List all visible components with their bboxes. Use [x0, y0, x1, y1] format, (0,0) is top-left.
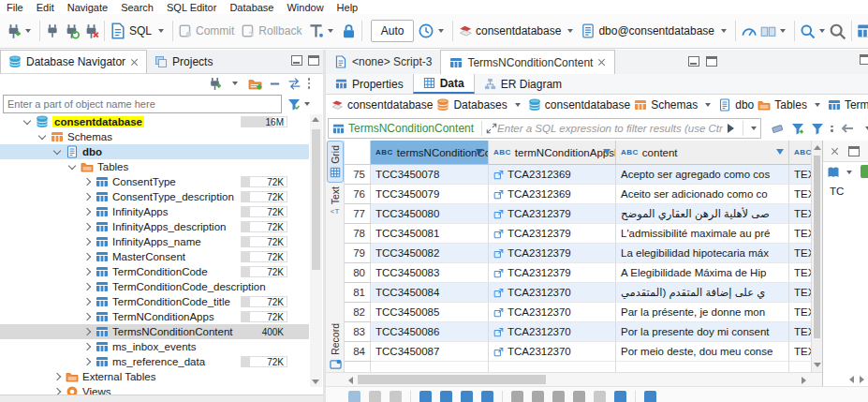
foreign-key-link-icon[interactable]: [493, 170, 504, 180]
table-row[interactable]: 75 TCC3450078 TCA2312369 Acepto ser agre…: [345, 165, 811, 185]
transaction-history-dropdown[interactable]: [438, 29, 444, 33]
commit-mode-selector[interactable]: Auto: [371, 20, 414, 42]
bottom-toolbar-icon[interactable]: [532, 391, 544, 402]
menu-navigate[interactable]: Navigate: [61, 2, 114, 13]
nav-back-icon[interactable]: [840, 122, 855, 135]
expand-chevron-icon[interactable]: [68, 161, 76, 169]
menu-sql-editor[interactable]: SQL Editor: [160, 2, 223, 13]
cell-app[interactable]: TCA2312370: [489, 303, 616, 322]
cell-content[interactable]: ي على إضافة المتقدم (المتقدمي: [616, 283, 789, 303]
cell-app[interactable]: TCA2312369: [489, 185, 616, 204]
disconnect-icon[interactable]: [83, 23, 99, 39]
tab-properties[interactable]: Properties: [326, 74, 413, 94]
column-header-termsnconditioncont[interactable]: ABC termsNConditionCont: [371, 141, 489, 165]
cell-id[interactable]: TCC3450086: [371, 322, 489, 342]
foreign-key-link-icon[interactable]: [493, 189, 504, 200]
tab-er-diagram[interactable]: ER Diagram: [475, 74, 571, 94]
data-search-icon[interactable]: [800, 23, 816, 39]
cell-app[interactable]: TCA2312370: [489, 342, 616, 362]
minimize-icon[interactable]: [688, 56, 699, 67]
table-row[interactable]: 83 TCC3450086 TCA2312370 Por la presente…: [345, 322, 811, 342]
cell-clipped[interactable]: TEX: [789, 224, 811, 244]
bottom-toolbar-icon[interactable]: [614, 391, 626, 402]
collapsed-chevron-icon[interactable]: [83, 298, 91, 305]
presentation-text-tab[interactable]: Text <T: [330, 183, 341, 219]
breadcrumb-databases[interactable]: Databases: [436, 98, 523, 112]
cell-app[interactable]: TCA2312370: [489, 283, 616, 303]
collapse-all-icon[interactable]: [269, 78, 281, 90]
cell-content[interactable]: صى لأهلية الرهن العقاري الموضح: [616, 204, 789, 224]
minimize-icon[interactable]: [291, 55, 302, 66]
add-filter-icon[interactable]: [791, 122, 804, 135]
breadcrumb-dropdown[interactable]: [705, 103, 711, 107]
cell-app[interactable]: TCA2312379: [489, 224, 616, 244]
link-with-editor-icon[interactable]: [287, 77, 302, 91]
expand-chevron-icon[interactable]: [23, 116, 31, 124]
row-number[interactable]: 82: [345, 303, 371, 322]
scroll-down-icon[interactable]: [312, 380, 319, 384]
table-row[interactable]: 77 TCC3450080 TCA2312379 صى لأهلية الرهن…: [345, 204, 811, 224]
filter-dropdown[interactable]: [304, 102, 310, 106]
tree-item-table[interactable]: ms_inbox_events: [0, 339, 309, 354]
tree-item-table[interactable]: MasterConsent 72K: [0, 249, 309, 264]
breadcrumb-database[interactable]: consentdatabase: [528, 98, 630, 112]
cell-content[interactable]: Por la presente doy mi consent: [616, 322, 789, 342]
quick-search-icon[interactable]: [829, 22, 846, 40]
cell-clipped[interactable]: TEX: [789, 165, 811, 185]
presentation-record-tab[interactable]: Record: [326, 323, 345, 370]
cell-content[interactable]: Aceito ser adicionado como co: [616, 185, 789, 204]
bottom-toolbar-icon[interactable]: [481, 391, 493, 402]
maximize-icon[interactable]: [706, 56, 717, 67]
tab-termsnconditioncontent[interactable]: TermsNConditionContent: [440, 50, 615, 74]
cell-clipped[interactable]: TEX: [789, 185, 811, 204]
connection-selector-dropdown[interactable]: [567, 29, 573, 33]
tree-item-table[interactable]: ConsentType 72K: [0, 174, 309, 189]
cell-clipped[interactable]: TEX: [789, 244, 811, 263]
column-filter-icon[interactable]: [776, 149, 784, 155]
dashboard-icon[interactable]: [741, 23, 757, 39]
bottom-toolbar-icon[interactable]: [552, 391, 565, 402]
cell-app[interactable]: TCA2312370: [489, 322, 616, 342]
foreign-key-link-icon[interactable]: [493, 307, 504, 318]
schema-selector-dropdown[interactable]: [721, 29, 727, 33]
breadcrumb-schema[interactable]: dbo: [718, 98, 754, 112]
collapsed-chevron-icon[interactable]: [83, 208, 91, 216]
commit-button[interactable]: Commit: [196, 24, 234, 37]
tree-item-table-selected[interactable]: TermsNConditionContent 400K: [0, 324, 309, 339]
collapsed-chevron-icon[interactable]: [83, 238, 91, 246]
row-number[interactable]: 78: [345, 224, 371, 244]
collapsed-chevron-icon[interactable]: [83, 328, 91, 335]
table-row[interactable]: 78 TCC3450081 TCA2312379 L'admissibilité…: [345, 224, 811, 244]
scroll-left-icon[interactable]: [348, 377, 353, 384]
bookmark-table-icon[interactable]: [857, 22, 868, 39]
table-row[interactable]: 79 TCC3450082 TCA2312379 La elegibilidad…: [345, 244, 811, 263]
maximize-icon[interactable]: [308, 55, 319, 66]
filter-history-dropdown[interactable]: [751, 127, 757, 130]
object-filter-input[interactable]: [3, 95, 282, 113]
row-number[interactable]: 76: [345, 185, 371, 204]
expand-chevron-icon[interactable]: [53, 146, 61, 154]
new-connection-icon[interactable]: [6, 23, 22, 39]
collapsed-chevron-icon[interactable]: [83, 283, 91, 290]
tree-item-table[interactable]: ConsentType_description 72K: [0, 189, 309, 204]
tree-item-table[interactable]: TermConditionCode_title 72K: [0, 294, 309, 309]
tab-database-navigator[interactable]: Database Navigator: [0, 50, 147, 73]
cell-clipped[interactable]: TEX: [789, 322, 811, 342]
view-menu-icon[interactable]: [308, 78, 311, 89]
tree-item-table[interactable]: InfinityApps_name 72K: [0, 234, 309, 249]
value-panel-scroll[interactable]: [849, 376, 864, 383]
filter-icon[interactable]: [287, 97, 301, 111]
sql-editor-label[interactable]: SQL: [129, 24, 152, 37]
connect-icon[interactable]: [45, 23, 60, 38]
collapsed-chevron-icon[interactable]: [83, 193, 91, 201]
row-number[interactable]: 79: [345, 244, 371, 263]
bottom-toolbar-icon[interactable]: [644, 391, 656, 402]
transaction-log-icon[interactable]: [308, 23, 324, 39]
column-header-termnconditionappsl[interactable]: ABC termNConditionAppsl: [489, 141, 616, 165]
filter-placeholder[interactable]: Enter a SQL expression to filter results…: [497, 123, 723, 134]
connection-selector[interactable]: consentdatabase: [476, 24, 561, 37]
value-viewer-icon[interactable]: [827, 166, 840, 179]
column-header-clipped[interactable]: ABC: [789, 141, 811, 165]
transaction-dropdown[interactable]: [328, 29, 333, 33]
row-number[interactable]: 80: [345, 263, 371, 283]
